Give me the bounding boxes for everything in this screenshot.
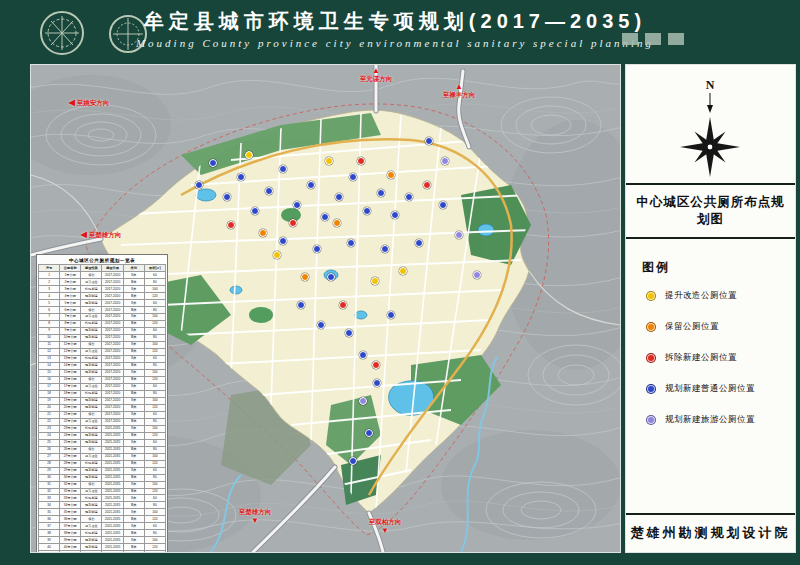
table-header-cell: 面积(㎡) [144, 265, 165, 272]
table-cell: 2021-2035 [102, 530, 123, 537]
table-cell: 保留 [81, 551, 102, 553]
table-cell: 规划新建 [81, 474, 102, 481]
table-cell: 提升改造 [81, 418, 102, 425]
table-row: 2828号公厕拆除新建2021-2035Ⅲ类120 [39, 460, 166, 467]
legend-heading: 图例 [642, 259, 779, 276]
table-cell: 2021-2035 [102, 439, 123, 446]
table-cell: Ⅱ类 [123, 495, 144, 502]
table-cell: 100 [144, 341, 165, 348]
table-title: 中心城区公共厕所规划一览表 [38, 256, 166, 264]
table-cell: 9 [39, 327, 60, 334]
table-row: 1313号公厕拆除新建2017-2020Ⅱ类60 [39, 355, 166, 362]
table-cell: 60 [144, 383, 165, 390]
table-cell: Ⅱ类 [123, 509, 144, 516]
table-cell: 20号公厕 [60, 404, 81, 411]
table-cell: 2017-2020 [102, 271, 123, 278]
table-cell: 规划新建 [81, 432, 102, 439]
table-cell: 120 [144, 292, 165, 299]
direction-text: 至姚安方向 [77, 100, 110, 107]
direction-text: 至双柏方向 [369, 519, 402, 526]
table-cell: 8号公厕 [60, 320, 81, 327]
table-cell: 60 [144, 467, 165, 474]
panel-map-title: 中心城区公共厕所布点规划图 [626, 183, 795, 239]
table-cell: 2017-2020 [102, 369, 123, 376]
table-cell: 100 [144, 285, 165, 292]
table-cell: 2 [39, 278, 60, 285]
table-row: 2525号公厕规划新建2021-2035Ⅱ类60 [39, 439, 166, 446]
table-cell: 24号公厕 [60, 432, 81, 439]
table-cell: 35 [39, 509, 60, 516]
table-cell: 2017-2020 [102, 418, 123, 425]
table-cell: 保留 [81, 341, 102, 348]
table-row: 3535号公厕规划新建2021-2035Ⅱ类100 [39, 509, 166, 516]
table-cell: 33 [39, 495, 60, 502]
table-cell: 2017-2020 [102, 306, 123, 313]
table-cell: 80 [144, 278, 165, 285]
north-letter: N [706, 78, 715, 92]
table-cell: 80 [144, 502, 165, 509]
legend-marker-icon [646, 291, 656, 301]
table-cell: 15 [39, 369, 60, 376]
table-cell: Ⅲ类 [123, 460, 144, 467]
table-cell: 保留 [81, 516, 102, 523]
table-cell: 12 [39, 348, 60, 355]
table-cell: 16 [39, 376, 60, 383]
table-cell: 29号公厕 [60, 467, 81, 474]
legend-label: 提升改造公厕位置 [665, 290, 737, 302]
table-cell: 21 [39, 411, 60, 418]
table-cell: 规划新建 [81, 397, 102, 404]
table-cell: 拆除新建 [81, 425, 102, 432]
table-cell: 2017-2020 [102, 362, 123, 369]
table-row: 88号公厕拆除新建2017-2020Ⅲ类120 [39, 320, 166, 327]
table-cell: 保留 [81, 376, 102, 383]
table-row: 3434号公厕规划新建2021-2035Ⅲ类80 [39, 502, 166, 509]
table-cell: 提升改造 [81, 313, 102, 320]
table-cell: 规划新建 [81, 537, 102, 544]
table-header-cell: 类别 [123, 265, 144, 272]
table-cell: 80 [144, 334, 165, 341]
table-cell: 1 [39, 271, 60, 278]
table-cell: 规划新建 [81, 544, 102, 551]
table-header-row: 序号公厕名称建设性质建设年限类别面积(㎡) [39, 265, 166, 272]
table-cell: 拆除新建 [81, 390, 102, 397]
table-cell: 120 [144, 376, 165, 383]
table-cell: 60 [144, 271, 165, 278]
table-cell: 2021-2035 [102, 537, 123, 544]
table-cell: 2017-2020 [102, 397, 123, 404]
table-row: 1515号公厕规划新建2017-2020Ⅱ类100 [39, 369, 166, 376]
table-head: 序号公厕名称建设性质建设年限类别面积(㎡) [39, 265, 166, 272]
table-cell: 35号公厕 [60, 509, 81, 516]
header-decor-squares [622, 33, 684, 45]
legend-item: 提升改造公厕位置 [646, 290, 779, 302]
table-cell: Ⅱ类 [123, 383, 144, 390]
table-cell: Ⅲ类 [123, 334, 144, 341]
table-cell: 25号公厕 [60, 439, 81, 446]
table-cell: 2021-2035 [102, 495, 123, 502]
table-cell: 2021-2035 [102, 446, 123, 453]
table-cell: Ⅲ类 [123, 530, 144, 537]
table-cell: 27 [39, 453, 60, 460]
table-cell: 7号公厕 [60, 313, 81, 320]
table-cell: 32 [39, 488, 60, 495]
table-row: 3232号公厕提升改造2021-2035Ⅲ类120 [39, 488, 166, 495]
table-header-cell: 建设性质 [81, 265, 102, 272]
table-cell: 37 [39, 523, 60, 530]
table-cell: 100 [144, 453, 165, 460]
table-cell: Ⅲ类 [123, 376, 144, 383]
table-cell: 保留 [81, 411, 102, 418]
table-cell: 2021-2035 [102, 502, 123, 509]
table-cell: 22 [39, 418, 60, 425]
table-cell: 2021-2035 [102, 544, 123, 551]
table-cell: 提升改造 [81, 453, 102, 460]
table-cell: 2021-2035 [102, 551, 123, 553]
table-cell: 60 [144, 327, 165, 334]
table-cell: 提升改造 [81, 383, 102, 390]
table-cell: 2017-2020 [102, 320, 123, 327]
table-row: 3333号公厕拆除新建2021-2035Ⅱ类60 [39, 495, 166, 502]
table-cell: 26 [39, 446, 60, 453]
table-cell: 2017-2020 [102, 327, 123, 334]
table-cell: 2021-2035 [102, 481, 123, 488]
table-cell: 20 [39, 404, 60, 411]
legend-item: 规划新建普通公厕位置 [646, 383, 779, 395]
table-row: 4141号公厕保留2021-2035Ⅱ类60 [39, 551, 166, 553]
